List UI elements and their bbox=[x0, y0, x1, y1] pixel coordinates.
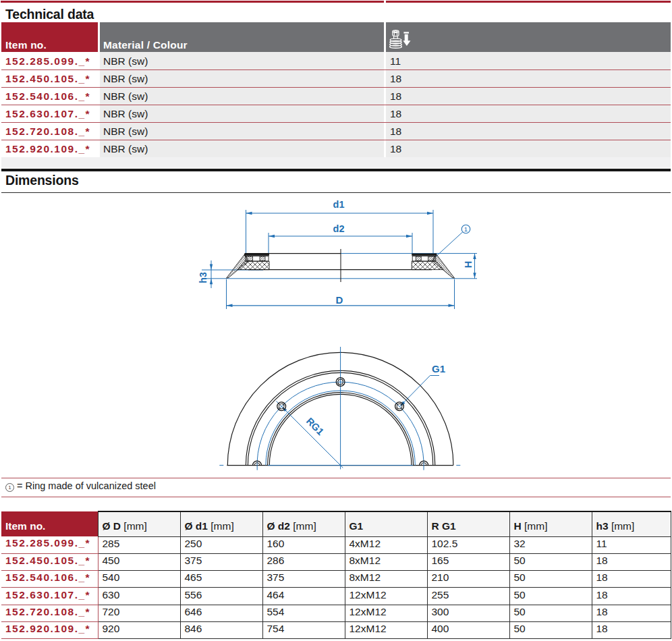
svg-text:d1: d1 bbox=[333, 199, 345, 210]
svg-text:H: H bbox=[463, 261, 474, 268]
svg-text:h3: h3 bbox=[198, 272, 208, 283]
svg-text:1: 1 bbox=[464, 225, 468, 233]
svg-text:d2: d2 bbox=[333, 223, 345, 234]
svg-text:RG1: RG1 bbox=[304, 416, 326, 437]
svg-text:D: D bbox=[336, 294, 343, 306]
svg-text:G1: G1 bbox=[432, 363, 445, 374]
